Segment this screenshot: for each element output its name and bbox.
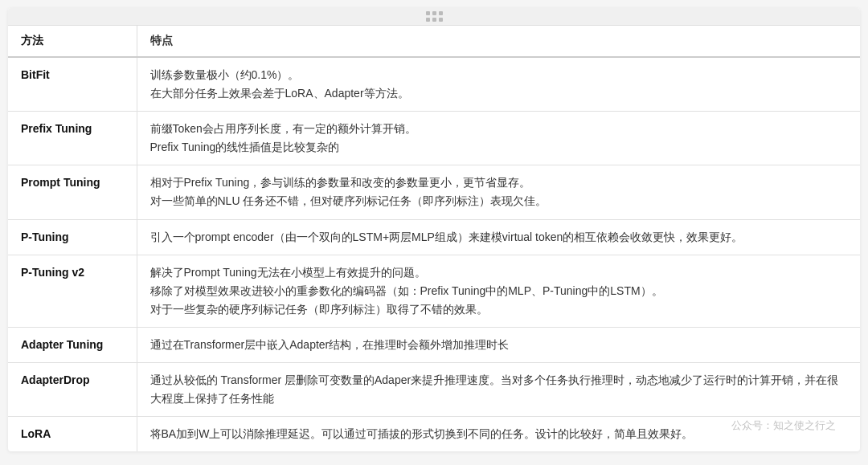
drag-bar[interactable] xyxy=(8,8,860,26)
cell-feature: 解决了Prompt Tuning无法在小模型上有效提升的问题。移除了对模型效果改… xyxy=(137,255,860,327)
table-row: P-Tuning引入一个prompt encoder（由一个双向的LSTM+两层… xyxy=(8,219,860,255)
cell-feature: 前缀Token会占用序列长度，有一定的额外计算开销。Prefix Tuning的… xyxy=(137,112,860,165)
cell-method: AdapterDrop xyxy=(8,363,137,417)
table-header-row: 方法 特点 xyxy=(8,26,860,57)
drag-dots-icon xyxy=(426,11,443,22)
cell-method: P-Tuning v2 xyxy=(8,255,137,327)
main-container: 方法 特点 BitFit训练参数量极小（约0.1%）。在大部分任务上效果会差于L… xyxy=(8,8,860,451)
cell-method: P-Tuning xyxy=(8,219,137,255)
cell-method: LoRA xyxy=(8,417,137,452)
table-row: Adapter Tuning通过在Transformer层中嵌入Adapter结… xyxy=(8,327,860,362)
table-row: Prompt Tuning相对于Prefix Tuning，参与训练的参数量和改… xyxy=(8,165,860,219)
table-row: AdapterDrop通过从较低的 Transformer 层删除可变数量的Ad… xyxy=(8,363,860,417)
cell-feature: 训练参数量极小（约0.1%）。在大部分任务上效果会差于LoRA、Adapter等… xyxy=(137,57,860,112)
table-row: Prefix Tuning前缀Token会占用序列长度，有一定的额外计算开销。P… xyxy=(8,112,860,165)
header-feature: 特点 xyxy=(137,26,860,57)
cell-method: BitFit xyxy=(8,57,137,112)
cell-feature: 通过在Transformer层中嵌入Adapter结构，在推理时会额外增加推理时… xyxy=(137,327,860,362)
cell-feature: 将BA加到W上可以消除推理延迟。可以通过可插拔的形式切换到不同的任务。设计的比较… xyxy=(137,417,860,452)
cell-feature: 通过从较低的 Transformer 层删除可变数量的Adaper来提升推理速度… xyxy=(137,363,860,417)
cell-method: Adapter Tuning xyxy=(8,327,137,362)
cell-method: Prefix Tuning xyxy=(8,112,137,165)
comparison-table: 方法 特点 BitFit训练参数量极小（约0.1%）。在大部分任务上效果会差于L… xyxy=(8,26,860,451)
cell-feature: 相对于Prefix Tuning，参与训练的参数量和改变的参数量更小，更节省显存… xyxy=(137,165,860,219)
table-row: BitFit训练参数量极小（约0.1%）。在大部分任务上效果会差于LoRA、Ad… xyxy=(8,57,860,112)
cell-feature: 引入一个prompt encoder（由一个双向的LSTM+两层MLP组成）来建… xyxy=(137,219,860,255)
table-row: LoRA将BA加到W上可以消除推理延迟。可以通过可插拔的形式切换到不同的任务。设… xyxy=(8,417,860,452)
table-row: P-Tuning v2解决了Prompt Tuning无法在小模型上有效提升的问… xyxy=(8,255,860,327)
cell-method: Prompt Tuning xyxy=(8,165,137,219)
header-method: 方法 xyxy=(8,26,137,57)
